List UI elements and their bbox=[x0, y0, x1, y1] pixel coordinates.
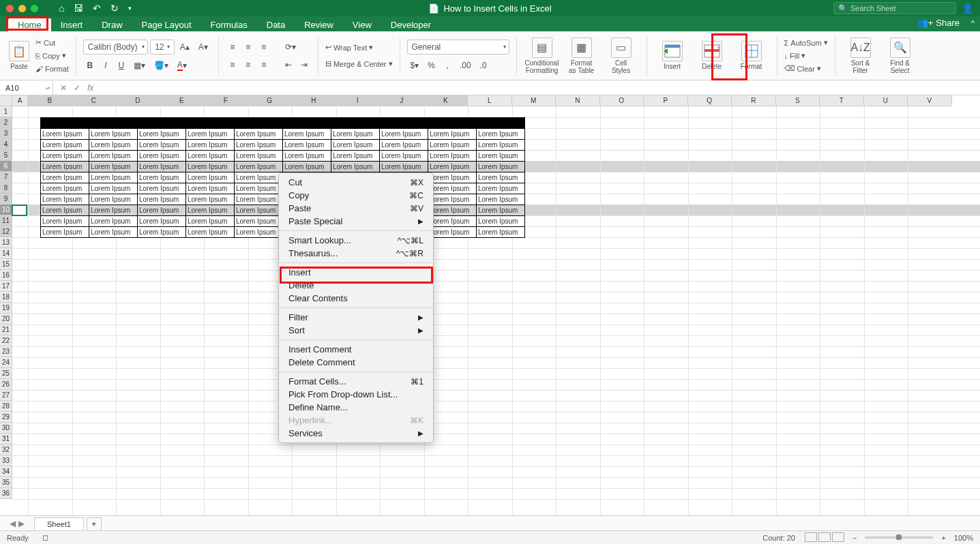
column-header[interactable]: D bbox=[116, 95, 160, 106]
column-header[interactable]: C bbox=[72, 95, 117, 106]
row-header[interactable]: 22 bbox=[0, 335, 12, 346]
table-cell[interactable]: Lorem Ipsum bbox=[380, 140, 428, 151]
table-cell[interactable]: Lorem Ipsum bbox=[138, 205, 186, 216]
border-button[interactable]: ▦▾ bbox=[130, 59, 149, 72]
row-header[interactable]: 17 bbox=[0, 281, 12, 292]
column-header[interactable]: P bbox=[644, 95, 688, 106]
column-header[interactable]: M bbox=[512, 95, 556, 106]
formula-input[interactable] bbox=[93, 80, 980, 95]
table-cell[interactable]: Lorem Ipsum bbox=[138, 194, 186, 205]
table-cell[interactable]: Lorem Ipsum bbox=[41, 216, 89, 227]
align-top-button[interactable]: ≡ bbox=[226, 40, 239, 54]
context-menu-pick-from-drop-down-list-[interactable]: Pick From Drop-down List... bbox=[279, 388, 433, 401]
row-header[interactable]: 27 bbox=[0, 390, 12, 401]
row-header[interactable]: 30 bbox=[0, 423, 12, 434]
context-menu-smart-lookup-[interactable]: Smart Lookup...^⌥⌘L bbox=[279, 234, 433, 247]
table-cell[interactable]: Lorem Ipsum bbox=[477, 162, 525, 172]
context-menu-clear-contents[interactable]: Clear Contents bbox=[279, 292, 433, 305]
ribbon-tab-formulas[interactable]: Formulas bbox=[201, 18, 257, 31]
table-cell[interactable]: Lorem Ipsum bbox=[186, 205, 235, 216]
tab-nav-left-icon[interactable]: ◀ bbox=[10, 519, 16, 528]
table-cell[interactable]: Lorem Ipsum bbox=[235, 227, 283, 238]
table-cell[interactable]: Lorem Ipsum bbox=[283, 140, 331, 151]
table-cell[interactable] bbox=[138, 118, 186, 129]
column-header[interactable]: G bbox=[248, 95, 293, 106]
table-cell[interactable]: Lorem Ipsum bbox=[41, 129, 89, 140]
table-cell[interactable]: Lorem Ipsum bbox=[186, 227, 235, 238]
row-header[interactable]: 1 bbox=[0, 106, 12, 117]
row-header[interactable]: 5 bbox=[0, 150, 12, 161]
font-size-dropdown[interactable]: 12▾ bbox=[150, 40, 175, 55]
table-cell[interactable]: Lorem Ipsum bbox=[235, 151, 283, 162]
share-button[interactable]: 👥+Share bbox=[917, 18, 960, 28]
table-cell[interactable]: Lorem Ipsum bbox=[138, 140, 186, 151]
tab-nav-right-icon[interactable]: ▶ bbox=[18, 519, 25, 528]
table-cell[interactable]: Lorem Ipsum bbox=[235, 162, 283, 172]
fill-button[interactable]: ↓Fill ▾ bbox=[784, 50, 828, 62]
context-menu-copy[interactable]: Copy⌘C bbox=[279, 189, 433, 202]
table-cell[interactable]: Lorem Ipsum bbox=[235, 194, 283, 205]
table-cell[interactable]: Lorem Ipsum bbox=[477, 216, 525, 227]
context-menu-define-name-[interactable]: Define Name... bbox=[279, 401, 433, 414]
table-cell[interactable]: Lorem Ipsum bbox=[138, 172, 186, 183]
format-painter-button[interactable]: 🖌Format bbox=[35, 63, 69, 75]
enter-formula-icon[interactable]: ✓ bbox=[74, 83, 80, 93]
row-header[interactable]: 4 bbox=[0, 139, 12, 150]
undo-icon[interactable]: ↶ bbox=[93, 3, 101, 14]
table-cell[interactable]: Lorem Ipsum bbox=[89, 183, 138, 194]
row-header[interactable]: 2 bbox=[0, 117, 12, 128]
table-cell[interactable]: Lorem Ipsum bbox=[428, 216, 477, 227]
record-macro-icon[interactable]: ◻ bbox=[42, 533, 48, 542]
context-menu-sort[interactable]: Sort▶ bbox=[279, 324, 433, 337]
wrap-text-button[interactable]: ↩Wrap Text ▾ bbox=[325, 42, 393, 54]
table-cell[interactable]: Lorem Ipsum bbox=[428, 227, 477, 238]
column-header[interactable]: T bbox=[820, 95, 864, 106]
table-cell[interactable] bbox=[428, 118, 477, 129]
row-header[interactable]: 11 bbox=[0, 215, 12, 226]
table-cell[interactable]: Lorem Ipsum bbox=[380, 151, 428, 162]
row-header[interactable]: 20 bbox=[0, 314, 12, 324]
insert-cells-button[interactable]: Insert bbox=[654, 35, 691, 77]
underline-button[interactable]: U bbox=[115, 59, 128, 72]
table-cell[interactable]: Lorem Ipsum bbox=[235, 172, 283, 183]
context-menu-paste-special[interactable]: Paste Special▶ bbox=[279, 215, 433, 228]
search-input[interactable]: 🔍 Search Sheet bbox=[833, 2, 956, 14]
row-header[interactable]: 16 bbox=[0, 270, 12, 281]
cut-button[interactable]: ✂Cut bbox=[35, 37, 69, 49]
decrease-font-button[interactable]: A▾ bbox=[195, 40, 211, 54]
column-header[interactable]: R bbox=[732, 95, 776, 106]
table-cell[interactable]: Lorem Ipsum bbox=[283, 151, 331, 162]
row-header[interactable]: 25 bbox=[0, 368, 12, 379]
percent-button[interactable]: % bbox=[424, 59, 439, 72]
bold-button[interactable]: B bbox=[83, 59, 97, 72]
row-header[interactable]: 29 bbox=[0, 412, 12, 423]
table-cell[interactable] bbox=[186, 118, 235, 129]
column-header[interactable]: K bbox=[424, 95, 469, 106]
row-header[interactable]: 19 bbox=[0, 303, 12, 314]
row-header[interactable]: 8 bbox=[0, 183, 12, 194]
table-cell[interactable]: Lorem Ipsum bbox=[428, 129, 477, 140]
table-cell[interactable]: Lorem Ipsum bbox=[89, 216, 138, 227]
find-select-button[interactable]: 🔍 Find & Select bbox=[882, 35, 919, 77]
column-header[interactable]: I bbox=[336, 95, 381, 106]
table-cell[interactable]: Lorem Ipsum bbox=[331, 140, 380, 151]
row-header[interactable]: 23 bbox=[0, 346, 12, 357]
number-format-dropdown[interactable]: General▾ bbox=[407, 40, 509, 55]
row-header[interactable]: 13 bbox=[0, 237, 12, 248]
table-cell[interactable]: Lorem Ipsum bbox=[477, 205, 525, 216]
table-cell[interactable]: Lorem Ipsum bbox=[428, 183, 477, 194]
table-cell[interactable]: Lorem Ipsum bbox=[428, 205, 477, 216]
sort-filter-button[interactable]: A↓Z Sort & Filter bbox=[842, 35, 879, 77]
row-header[interactable]: 12 bbox=[0, 226, 12, 237]
column-header[interactable]: U bbox=[864, 95, 908, 106]
format-cells-button[interactable]: Format bbox=[733, 35, 770, 77]
column-header[interactable]: B bbox=[28, 95, 72, 106]
decrease-decimal-button[interactable]: .0 bbox=[477, 59, 490, 72]
font-name-dropdown[interactable]: Calibri (Body)▾ bbox=[83, 40, 148, 55]
table-cell[interactable]: Lorem Ipsum bbox=[477, 129, 525, 140]
row-header[interactable]: 32 bbox=[0, 444, 12, 455]
name-box[interactable]: A10 ▴▾ bbox=[0, 80, 53, 95]
context-menu-delete-comment[interactable]: Delete Comment bbox=[279, 356, 433, 369]
zoom-in-button[interactable]: + bbox=[941, 534, 945, 542]
table-cell[interactable]: Lorem Ipsum bbox=[41, 151, 89, 162]
